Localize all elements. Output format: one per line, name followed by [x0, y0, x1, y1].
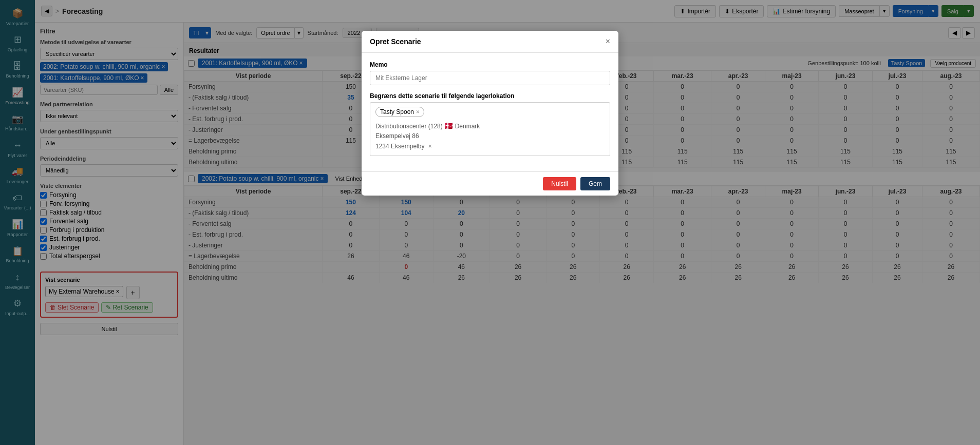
- location-tag-remove[interactable]: ×: [416, 108, 420, 115]
- city-remove[interactable]: ×: [428, 143, 432, 150]
- modal-title: Opret Scenarie: [370, 37, 421, 46]
- modal-body: Memo Begræns dette scenarie til følgende…: [362, 53, 618, 171]
- memo-input[interactable]: [370, 71, 610, 85]
- modal-close-button[interactable]: ×: [606, 37, 610, 46]
- opret-scenarie-modal: Opret Scenarie × Memo Begræns dette scen…: [362, 31, 618, 196]
- location-label: Begræns dette scenarie til følgende lage…: [370, 92, 610, 100]
- location-details: Distributionscenter (128) 🇩🇰 Denmark Eks…: [375, 120, 605, 151]
- location-group: Begræns dette scenarie til følgende lage…: [370, 92, 610, 156]
- memo-group: Memo: [370, 61, 610, 85]
- location-box[interactable]: Tasty Spoon × Distributionscenter (128) …: [370, 102, 610, 156]
- memo-label: Memo: [370, 61, 610, 68]
- modal-footer: Nulstil Gem: [362, 171, 618, 196]
- denmark-flag: 🇩🇰: [444, 122, 455, 130]
- modal-header: Opret Scenarie ×: [362, 31, 618, 53]
- modal-nulstil-button[interactable]: Nulstil: [543, 177, 576, 190]
- modal-gem-button[interactable]: Gem: [580, 177, 610, 190]
- location-tag: Tasty Spoon ×: [375, 107, 424, 117]
- modal-overlay[interactable]: Opret Scenarie × Memo Begræns dette scen…: [0, 0, 980, 445]
